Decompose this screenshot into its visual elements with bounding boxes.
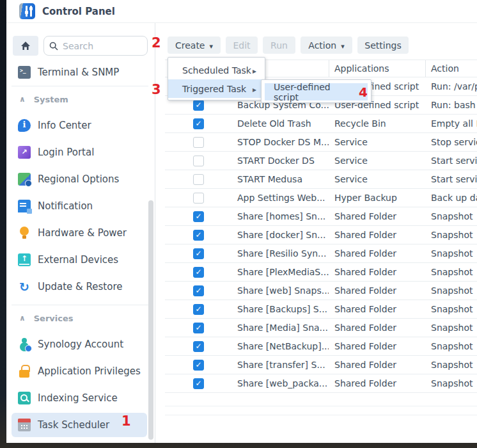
- task-name-cell: Share [web_packa...: [235, 378, 329, 388]
- row-checkbox[interactable]: [193, 267, 204, 278]
- table-row[interactable]: Share [web_packa... Shared Folder Snapsh…: [165, 374, 477, 393]
- action-cell: Empty all R: [425, 118, 477, 129]
- caret-down-icon: [341, 40, 345, 51]
- create-dropdown-menu: Scheduled Task Triggered Task: [168, 57, 265, 100]
- caret-down-icon: [210, 40, 214, 51]
- row-checkbox[interactable]: [193, 378, 204, 389]
- table-row[interactable]: START Docker DS Service Start servic: [165, 152, 477, 170]
- sidebar-item-login-portal[interactable]: Login Portal: [6, 139, 155, 166]
- table-row[interactable]: Share [Backups] S... Shared Folder Snaps…: [165, 300, 477, 319]
- triggered-task-submenu: User-defined script 4: [261, 79, 371, 103]
- search-input[interactable]: [63, 41, 133, 51]
- create-button[interactable]: Create: [168, 36, 221, 54]
- action-cell: Snapshot: [425, 267, 477, 277]
- regional-options-icon: [18, 173, 31, 186]
- row-checkbox[interactable]: [193, 248, 204, 259]
- task-name-cell: Share [homes] Sn...: [235, 211, 329, 221]
- row-checkbox[interactable]: [193, 193, 204, 204]
- table-row[interactable]: Share [web] Snaps... Shared Folder Snaps…: [165, 282, 477, 300]
- sidebar-item-regional-options[interactable]: Regional Options: [6, 166, 155, 193]
- header-action[interactable]: Action: [425, 60, 477, 77]
- action-button[interactable]: Action: [301, 36, 352, 54]
- task-name-cell: Share [web] Snaps...: [235, 285, 329, 296]
- table-row[interactable]: Share [homes] Sn... Shared Folder Snapsh…: [165, 207, 477, 226]
- application-cell: Recycle Bin: [329, 118, 425, 129]
- table-row[interactable]: App Settings Web... Hyper Backup Back up…: [165, 189, 477, 207]
- section-header-services[interactable]: ∧ Services: [6, 305, 155, 331]
- task-name-cell: Share [PlexMediaS...: [235, 267, 329, 277]
- application-cell: Shared Folder: [329, 285, 425, 296]
- row-checkbox[interactable]: [193, 156, 204, 166]
- application-cell: Service: [329, 156, 425, 166]
- sidebar-scrollbar[interactable]: [148, 200, 153, 440]
- table-row[interactable]: Delete Old Trash Recycle Bin Empty all R: [165, 115, 477, 133]
- sidebar-item-terminal-snmp[interactable]: Terminal & SNMP: [6, 59, 155, 86]
- action-cell: Start servic: [425, 174, 477, 184]
- task-name-cell: Share [transfer] S...: [235, 360, 329, 370]
- action-cell: Stop servic: [425, 137, 477, 147]
- row-checkbox[interactable]: [193, 285, 204, 296]
- sidebar-item-notification[interactable]: Notification: [6, 193, 155, 220]
- external-devices-icon: [18, 253, 31, 266]
- header-applications[interactable]: Applications: [329, 60, 425, 77]
- home-button[interactable]: [13, 36, 38, 56]
- action-cell: Snapshot: [425, 211, 477, 221]
- application-cell: Shared Folder: [329, 378, 425, 388]
- sidebar-item-task-scheduler[interactable]: Task Scheduler: [6, 412, 155, 438]
- application-cell: Shared Folder: [329, 211, 425, 221]
- collapse-chevron-icon: ∧: [19, 314, 26, 323]
- update-arrows-icon: [18, 280, 31, 293]
- table-row[interactable]: Share [PlexMediaS... Shared Folder Snaps…: [165, 263, 477, 282]
- application-cell: Shared Folder: [329, 323, 425, 333]
- menu-item-user-defined-script[interactable]: User-defined script 4: [265, 83, 368, 100]
- action-cell: Start servic: [425, 156, 477, 166]
- application-cell: Shared Folder: [329, 304, 425, 314]
- settings-button[interactable]: Settings: [357, 36, 409, 54]
- home-icon: [20, 41, 31, 51]
- annotation-step-3: 3: [152, 82, 161, 97]
- sidebar-item-application-privileges[interactable]: Application Privileges: [6, 358, 155, 385]
- search-box[interactable]: [43, 36, 148, 56]
- menu-item-scheduled-task[interactable]: Scheduled Task: [168, 61, 265, 79]
- run-button: Run: [263, 36, 295, 54]
- sidebar-item-update-restore[interactable]: Update & Restore: [6, 273, 155, 300]
- sidebar-item-external-devices[interactable]: External Devices: [6, 246, 155, 273]
- table-row[interactable]: Share [Media] Sna... Shared Folder Snaps…: [165, 319, 477, 337]
- row-checkbox[interactable]: [193, 174, 204, 185]
- row-checkbox[interactable]: [193, 360, 204, 371]
- task-table-body: User-defined script Run: /var/p Backup S…: [165, 77, 477, 393]
- sidebar-item-indexing-service[interactable]: Indexing Service: [6, 385, 155, 412]
- sidebar-item-synology-account[interactable]: Synology Account: [6, 331, 155, 358]
- calendar-icon: [18, 419, 31, 431]
- row-checkbox[interactable]: [193, 230, 204, 241]
- table-row[interactable]: Share [transfer] S... Shared Folder Snap…: [165, 356, 477, 374]
- application-cell: Shared Folder: [329, 230, 425, 240]
- row-checkbox[interactable]: [193, 211, 204, 222]
- row-checkbox[interactable]: [193, 304, 204, 315]
- table-row[interactable]: Share [Resilio Syn... Shared Folder Snap…: [165, 244, 477, 263]
- action-cell: Snapshot: [425, 323, 477, 333]
- table-row[interactable]: START Medusa Service Start servic: [165, 170, 477, 189]
- task-name-cell: Share [Resilio Syn...: [235, 248, 329, 259]
- action-cell: Snapshot: [425, 248, 477, 259]
- sidebar-item-hardware-power[interactable]: Hardware & Power: [6, 220, 155, 246]
- application-cell: Hyper Backup: [329, 193, 425, 203]
- task-name-cell: Delete Old Trash: [235, 118, 329, 129]
- sidebar-item-info-center[interactable]: Info Center: [6, 112, 155, 139]
- table-row[interactable]: Share [NetBackup]... Shared Folder Snaps…: [165, 337, 477, 356]
- row-checkbox[interactable]: [193, 100, 204, 111]
- row-checkbox[interactable]: [193, 118, 204, 129]
- control-panel-window: Control Panel Terminal & SNMP ∧ System: [6, 0, 477, 443]
- row-checkbox[interactable]: [193, 323, 204, 333]
- section-header-system[interactable]: ∧ System: [6, 86, 155, 112]
- table-row[interactable]: Share [docker] Sn... Shared Folder Snaps…: [165, 226, 477, 244]
- indexing-magnifier-icon: [18, 392, 31, 404]
- action-cell: Snapshot: [425, 378, 477, 388]
- table-row[interactable]: STOP Docker DS M... Service Stop servic: [165, 133, 477, 152]
- row-checkbox[interactable]: [193, 341, 204, 352]
- application-cell: Shared Folder: [329, 341, 425, 351]
- collapse-chevron-icon: ∧: [19, 95, 26, 104]
- action-cell: Back up da: [425, 193, 477, 203]
- menu-item-triggered-task[interactable]: Triggered Task: [168, 79, 265, 98]
- row-checkbox[interactable]: [193, 137, 204, 148]
